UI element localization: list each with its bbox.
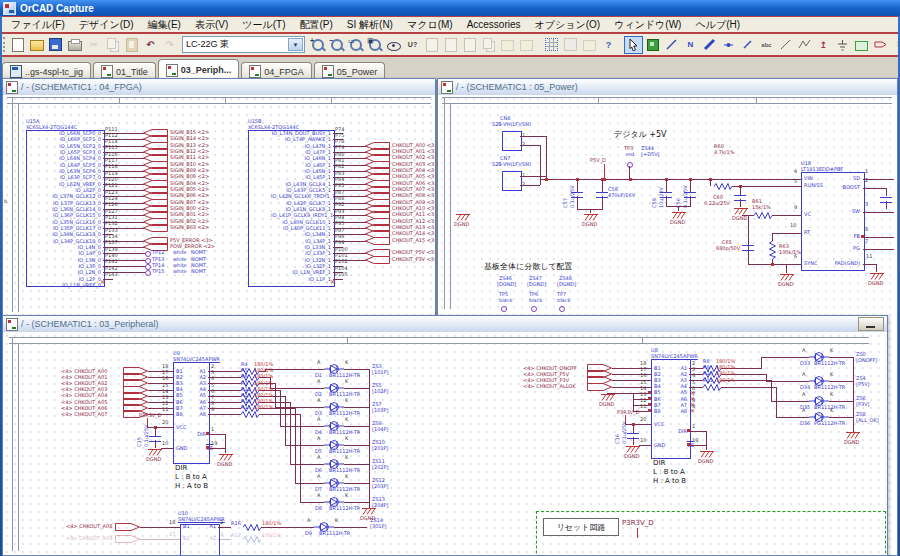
drc-icon[interactable] xyxy=(517,36,536,54)
undo-icon[interactable]: ↶ xyxy=(141,36,160,54)
copy-icon[interactable] xyxy=(103,36,122,54)
wire xyxy=(155,440,156,448)
window-05-power-titlebar[interactable]: / - (SCHEMATIC1 : 05_Power) xyxy=(438,79,897,96)
schematic-text: K xyxy=(345,360,348,365)
window-03-peripheral-titlebar[interactable]: / - (SCHEMATIC1 : 03_Peripheral) xyxy=(3,316,887,333)
schematic-text: <4> CHKOUT_A01 xyxy=(61,375,107,380)
schematic-text: IO_L41N_GCLK8_1 xyxy=(271,207,331,212)
menu-ツール(T)[interactable]: ツール(T) xyxy=(235,17,292,32)
schematic-text: IO_L65N_SCP2_0 xyxy=(41,144,101,149)
schematic-page-icon xyxy=(6,318,18,331)
menu-マクロ(M)[interactable]: マクロ(M) xyxy=(400,17,460,32)
tab-label: ..gs-4spl-tc_jig xyxy=(25,67,83,77)
wire xyxy=(161,448,173,449)
schematic-text: CHKOUT_A01 <3> xyxy=(392,149,435,154)
combo-dropdown-icon[interactable]: ▼ xyxy=(288,38,303,51)
snap-to-grid-icon[interactable] xyxy=(542,36,561,54)
schematic-text: P131 xyxy=(105,215,118,220)
tab-03_Periph...[interactable]: 03_Periph... xyxy=(158,59,240,80)
wire xyxy=(344,483,369,484)
ground-symbol xyxy=(601,394,616,401)
schematic-text: CHKOUT_A06 <3> xyxy=(392,181,435,186)
place-netalias-icon[interactable]: N xyxy=(681,36,700,54)
zoom-in-icon[interactable]: + xyxy=(308,36,327,54)
titlebar[interactable]: OrCAD Capture xyxy=(0,0,900,16)
resistor-symbol xyxy=(769,241,776,259)
ascend-hierarchy-icon[interactable] xyxy=(441,36,460,54)
pin-junction xyxy=(648,397,651,400)
bom-report-icon[interactable] xyxy=(498,36,517,54)
schematic-text: P5V_ERROR <3> xyxy=(170,238,213,243)
help-icon[interactable]: ? xyxy=(599,36,618,54)
cut-icon[interactable]: ✂ xyxy=(84,36,103,54)
schematic-text: VCC xyxy=(176,425,186,430)
wire xyxy=(786,264,787,273)
wire xyxy=(208,414,241,415)
menu-ファイル(F)[interactable]: ファイル(F) xyxy=(4,17,72,32)
select-arrow-icon[interactable] xyxy=(624,36,643,54)
window-04-fpga-titlebar[interactable]: / - (SCHEMATIC1 : 04_FPGA) xyxy=(3,79,435,96)
paste-icon[interactable] xyxy=(122,36,141,54)
menu-デザイン(D)[interactable]: デザイン(D) xyxy=(72,17,141,32)
wire xyxy=(604,164,605,179)
schematic-text: CHKOUT_A00 <3> xyxy=(392,143,435,148)
part-search-combo[interactable]: LC-22G 東▼ xyxy=(182,36,305,53)
place-ground-icon[interactable] xyxy=(833,36,852,54)
menu-編集(E)[interactable]: 編集(E) xyxy=(141,17,188,32)
junction xyxy=(545,178,548,181)
zoom-all-icon[interactable]: ▣ xyxy=(365,36,384,54)
wire xyxy=(706,445,707,450)
place-block-icon[interactable] xyxy=(852,36,871,54)
print-icon[interactable] xyxy=(65,36,84,54)
place-bus-icon[interactable] xyxy=(700,36,719,54)
schematic-text: IO_L43P_GCLK5_1 xyxy=(271,188,331,193)
schematic-text: 10 xyxy=(790,223,796,228)
schematic-text: C57 xyxy=(563,198,568,208)
minimize-button[interactable] xyxy=(858,317,884,331)
hierarchy-connect-icon[interactable] xyxy=(580,36,599,54)
menu-オプション(O)[interactable]: オプション(O) xyxy=(528,17,608,32)
visibility-icon[interactable] xyxy=(384,36,403,54)
menu-Accessories[interactable]: Accessories xyxy=(460,17,528,32)
wire xyxy=(540,179,801,180)
wire xyxy=(520,145,540,146)
menu-ヘルプ(H)[interactable]: ヘルプ(H) xyxy=(688,17,747,32)
place-junction-icon[interactable] xyxy=(719,36,738,54)
place-polyline-icon[interactable] xyxy=(795,36,814,54)
redo-icon[interactable]: ↷ xyxy=(160,36,179,54)
zoom-area-icon[interactable]: ▭ xyxy=(346,36,365,54)
place-part-icon[interactable] xyxy=(643,36,662,54)
wire xyxy=(772,233,773,241)
place-line-icon[interactable] xyxy=(776,36,795,54)
schematic-canvas-03-peripheral[interactable]: U9SN74LVC245APWRB1A1182B2A2173B3A3164B4A… xyxy=(3,332,887,555)
schematic-text: P81 xyxy=(335,158,344,163)
open-icon[interactable] xyxy=(27,36,46,54)
ground-symbol xyxy=(584,214,599,221)
menu-表示(V)[interactable]: 表示(V) xyxy=(188,17,235,32)
ground-label: DGND xyxy=(778,282,793,287)
new-icon[interactable] xyxy=(8,36,27,54)
place-power-icon[interactable]: ↥ xyxy=(814,36,833,54)
place-offpage-icon[interactable] xyxy=(871,36,890,54)
menu-SI 解析(N)[interactable]: SI 解析(N) xyxy=(340,17,400,32)
wire xyxy=(208,396,241,397)
schematic-text: TP12 xyxy=(152,250,164,255)
place-busentry-icon[interactable] xyxy=(738,36,757,54)
schematic-text: P137 xyxy=(105,240,118,245)
testpoint xyxy=(145,251,151,257)
annotate-icon[interactable]: U? xyxy=(403,36,422,54)
descend-hierarchy-icon[interactable] xyxy=(422,36,441,54)
place-text-icon[interactable]: abc xyxy=(757,36,776,54)
place-wire-icon[interactable] xyxy=(662,36,681,54)
schematic-text: CHKOUT_A03 <3> xyxy=(392,162,435,167)
library-icon[interactable] xyxy=(479,36,498,54)
ground-label: DGND xyxy=(698,459,713,464)
zoom-out-icon[interactable]: − xyxy=(327,36,346,54)
schematic-text: red xyxy=(626,152,634,157)
region-select-icon[interactable] xyxy=(561,36,580,54)
new-page-icon[interactable] xyxy=(460,36,479,54)
schematic-text: IO_L34N_GCLK18_0 xyxy=(41,232,101,237)
save-icon[interactable] xyxy=(46,36,65,54)
menu-配置(P)[interactable]: 配置(P) xyxy=(292,17,339,32)
menu-ウィンドウ(W)[interactable]: ウィンドウ(W) xyxy=(607,17,688,32)
